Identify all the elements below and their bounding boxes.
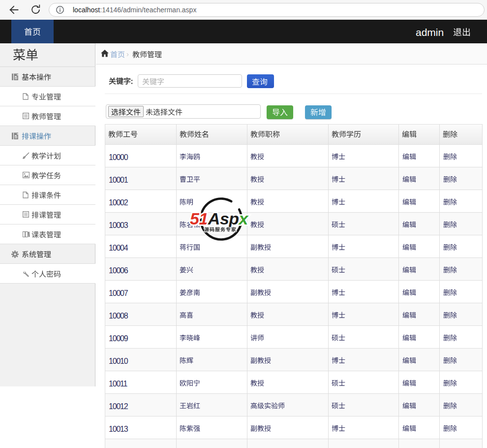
svg-text:51Aspx: 51Aspx: [190, 209, 249, 228]
